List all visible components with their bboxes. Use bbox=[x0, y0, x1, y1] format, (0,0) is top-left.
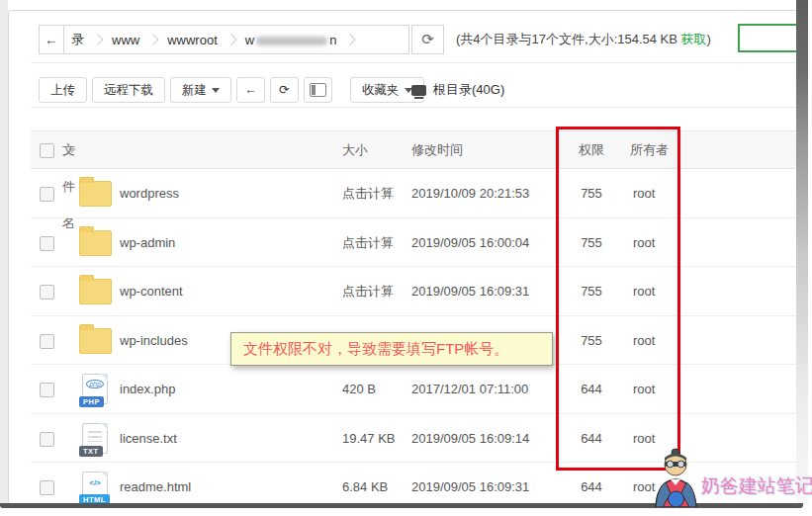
directory-summary: (共4个目录与17个文件,大小:154.54 KB 获取) bbox=[456, 25, 711, 54]
summary-close-paren: ) bbox=[707, 32, 711, 46]
file-name[interactable]: readme.html bbox=[120, 463, 191, 505]
file-manager-screen: ← 录 www wwwroot wn ⟳ (共4个目录与17个文件,大小:154… bbox=[0, 0, 812, 516]
terminal-icon bbox=[310, 83, 326, 97]
breadcrumb-item-www[interactable]: www bbox=[105, 33, 146, 47]
file-type-icon: phpPHP bbox=[82, 374, 108, 404]
chevron-right-icon bbox=[148, 34, 159, 44]
file-type-icon bbox=[79, 328, 112, 354]
table-row[interactable]: wp-admin 点击计算 2019/09/05 16:00:04 755 ro… bbox=[31, 218, 800, 268]
remote-download-button[interactable]: 远程下载 bbox=[92, 77, 165, 103]
file-name[interactable]: wp-content bbox=[120, 267, 183, 316]
back-button[interactable]: ← bbox=[236, 77, 265, 103]
file-mtime: 2019/09/05 16:09:31 bbox=[411, 463, 529, 505]
file-owner: root bbox=[633, 365, 655, 414]
column-header-mtime: 修改时间 bbox=[411, 131, 463, 168]
file-manager-panel: ← 录 www wwwroot wn ⟳ (共4个目录与17个文件,大小:154… bbox=[8, 10, 800, 505]
table-header-row: 文件名 大小 修改时间 权限 所有者 bbox=[31, 130, 800, 169]
chevron-down-icon bbox=[212, 88, 220, 93]
blurred-domain-mask bbox=[256, 37, 327, 45]
watermark-text: 奶爸建站笔记 bbox=[701, 473, 812, 499]
file-name[interactable]: license.txt bbox=[120, 414, 177, 464]
file-type-icon bbox=[79, 230, 112, 256]
column-header-size: 大小 bbox=[342, 131, 368, 168]
file-type-icon bbox=[79, 181, 112, 207]
file-perm: 644 bbox=[571, 414, 612, 464]
domain-visible-end: n bbox=[329, 33, 336, 47]
file-size: 420 B bbox=[342, 365, 376, 414]
file-owner: root bbox=[633, 316, 655, 366]
file-perm: 755 bbox=[571, 218, 612, 268]
summary-text: (共4个目录与17个文件,大小:154.54 KB bbox=[456, 32, 681, 46]
toolbar: 上传 远程下载 新建 ← ⟳ 收藏夹 bbox=[39, 77, 429, 103]
column-header-filename[interactable]: 文件名 bbox=[62, 131, 76, 168]
file-icon-badge: PHP bbox=[79, 396, 104, 407]
search-input[interactable] bbox=[738, 24, 800, 52]
breadcrumb-item-wwwroot[interactable]: wwwroot bbox=[160, 33, 225, 47]
chevron-right-icon bbox=[345, 34, 356, 44]
file-owner: root bbox=[633, 267, 655, 316]
file-mtime: 2019/09/05 16:09:31 bbox=[411, 267, 529, 316]
file-owner: root bbox=[633, 218, 655, 268]
file-name[interactable]: wp-admin bbox=[120, 218, 175, 268]
path-refresh-button[interactable]: ⟳ bbox=[411, 25, 444, 54]
table-row[interactable]: phpPHP index.php 420 B 2017/12/01 07:11:… bbox=[31, 365, 800, 414]
file-size[interactable]: 点击计算 bbox=[342, 218, 394, 268]
breadcrumb: ← 录 www wwwroot wn bbox=[39, 25, 409, 54]
avatar bbox=[653, 448, 699, 507]
table-row[interactable]: wp-content 点击计算 2019/09/05 16:09:31 755 … bbox=[31, 267, 800, 316]
file-mtime: 2019/10/09 20:21:53 bbox=[411, 169, 529, 218]
column-header-owner: 所有者 bbox=[630, 131, 669, 168]
fetch-size-link[interactable]: 获取 bbox=[681, 32, 707, 46]
upload-button[interactable]: 上传 bbox=[39, 77, 87, 103]
file-perm: 755 bbox=[571, 316, 612, 366]
file-mtime: 2019/09/05 16:00:04 bbox=[411, 218, 529, 268]
file-mtime: 2019/09/05 16:09:14 bbox=[411, 414, 529, 464]
file-size[interactable]: 点击计算 bbox=[342, 169, 394, 218]
row-checkbox[interactable] bbox=[40, 236, 54, 251]
section-divider bbox=[31, 107, 798, 108]
table-row[interactable]: wordpress 点击计算 2019/10/09 20:21:53 755 r… bbox=[31, 169, 800, 218]
file-icon-badge: TXT bbox=[79, 446, 103, 457]
file-perm: 644 bbox=[571, 463, 612, 505]
file-type-icon: </>HTML bbox=[82, 472, 108, 502]
file-perm: 644 bbox=[571, 365, 612, 414]
terminal-button[interactable] bbox=[304, 77, 332, 103]
file-type-icon: TXT bbox=[82, 423, 108, 454]
select-all-checkbox[interactable] bbox=[40, 143, 54, 158]
new-dropdown-button[interactable]: 新建 bbox=[170, 77, 231, 103]
file-size[interactable]: 点击计算 bbox=[342, 267, 394, 316]
domain-visible-start: w bbox=[245, 33, 254, 47]
row-checkbox[interactable] bbox=[40, 432, 54, 447]
file-icon-glyph: </> bbox=[83, 478, 107, 487]
file-size: 6.84 KB bbox=[342, 463, 388, 505]
file-type-icon bbox=[79, 279, 112, 304]
chevron-right-icon bbox=[226, 34, 236, 44]
file-name[interactable]: wordpress bbox=[120, 169, 179, 218]
watermark: 奶爸建站笔记 bbox=[653, 448, 812, 507]
page-left-margin bbox=[0, 0, 8, 505]
file-icon-glyph bbox=[88, 431, 102, 442]
row-checkbox[interactable] bbox=[40, 480, 54, 495]
breadcrumb-back-button[interactable]: ← bbox=[40, 26, 64, 53]
hard-drive-icon bbox=[411, 85, 426, 96]
new-button-label: 新建 bbox=[182, 78, 207, 102]
section-divider bbox=[31, 62, 798, 63]
file-name[interactable]: index.php bbox=[120, 365, 175, 414]
scrollbar[interactable] bbox=[796, 0, 808, 505]
file-owner: root bbox=[633, 169, 655, 218]
file-icon-glyph: php bbox=[83, 381, 107, 387]
refresh-button[interactable]: ⟳ bbox=[270, 77, 299, 103]
breadcrumb-item-root[interactable]: 录 bbox=[64, 31, 91, 48]
row-checkbox[interactable] bbox=[40, 285, 54, 300]
file-perm: 755 bbox=[571, 169, 612, 218]
row-checkbox[interactable] bbox=[40, 383, 54, 397]
row-checkbox[interactable] bbox=[40, 334, 54, 349]
root-directory-indicator[interactable]: 根目录(40G) bbox=[411, 77, 504, 103]
breadcrumb-item-domain[interactable]: wn bbox=[238, 33, 344, 47]
root-directory-label: 根目录(40G) bbox=[433, 81, 504, 99]
annotation-tooltip: 文件权限不对，导致需要填写FTP帐号。 bbox=[230, 332, 553, 366]
row-checkbox[interactable] bbox=[40, 187, 54, 202]
file-name[interactable]: wp-includes bbox=[120, 316, 188, 366]
favorites-label: 收藏夹 bbox=[362, 78, 400, 102]
column-header-perm: 权限 bbox=[571, 131, 612, 168]
